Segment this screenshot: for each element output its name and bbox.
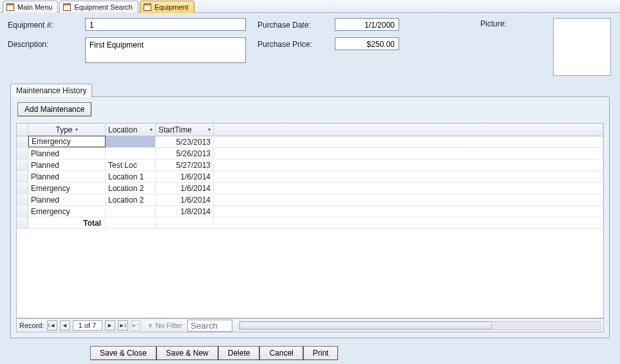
cell-starttime[interactable]: 5/27/2013: [156, 159, 214, 170]
cell-spacer: [214, 206, 603, 217]
picture-box[interactable]: [553, 18, 611, 76]
nav-prev-button[interactable]: ◄: [60, 320, 70, 331]
cell-location[interactable]: [106, 148, 156, 159]
form-icon: [6, 3, 15, 12]
record-label: Record:: [19, 322, 44, 329]
cell-starttime[interactable]: 1/6/2014: [156, 183, 214, 194]
add-maintenance-button[interactable]: Add Maintenance: [17, 102, 91, 116]
table-row[interactable]: Emergency5/23/2013: [17, 136, 603, 148]
cell-spacer: [214, 183, 603, 194]
row-selector[interactable]: [17, 194, 28, 205]
delete-button[interactable]: Delete: [218, 346, 260, 360]
cell-spacer: [214, 136, 603, 147]
table-row[interactable]: PlannedTest Loc5/27/2013: [17, 159, 603, 171]
column-label: Type: [55, 125, 72, 134]
nav-new-button: ►*: [131, 320, 141, 331]
table-row[interactable]: PlannedLocation 11/6/2014: [17, 171, 603, 183]
grid-body: Emergency5/23/2013Planned5/26/2013Planne…: [17, 136, 603, 229]
column-header-starttime[interactable]: StartTime▾: [156, 123, 214, 136]
cell-location[interactable]: Location 1: [106, 171, 156, 182]
cell-spacer: [214, 171, 603, 182]
column-label: Location: [108, 125, 137, 134]
purchase-date-input[interactable]: [338, 20, 396, 30]
column-header-type[interactable]: Type▾: [28, 123, 106, 136]
maintenance-tab-body: Add Maintenance Type▾ Location▾ StartTim…: [10, 96, 610, 338]
nav-first-button[interactable]: I◄: [47, 320, 57, 331]
row-selector[interactable]: [17, 148, 28, 159]
cell-empty: [106, 217, 156, 228]
equipment-form: Equipment #: Purchase Date: Picture: Des…: [0, 13, 620, 364]
cell-starttime[interactable]: 1/8/2014: [156, 206, 214, 217]
record-search-input[interactable]: [187, 320, 232, 332]
equipment-number-input[interactable]: [88, 20, 243, 30]
equipment-number-field[interactable]: [85, 18, 246, 31]
scrollbar-thumb[interactable]: [240, 322, 492, 329]
cell-starttime[interactable]: 1/6/2014: [156, 171, 214, 182]
table-total-row: Total: [17, 217, 603, 229]
record-position[interactable]: 1 of 7: [73, 320, 102, 331]
cell-starttime[interactable]: 5/26/2013: [156, 148, 214, 159]
row-selector[interactable]: [17, 159, 28, 170]
print-button[interactable]: Print: [303, 346, 339, 360]
tab-maintenance-history[interactable]: Maintenance History: [10, 84, 92, 97]
cell-location[interactable]: Test Loc: [106, 159, 156, 170]
cell-type[interactable]: Planned: [28, 159, 106, 170]
tab-label: Equipment: [155, 3, 189, 11]
tab-equipment[interactable]: Equipment: [140, 1, 194, 13]
no-filter-indicator[interactable]: ▼ No Filter: [147, 322, 182, 329]
cancel-button[interactable]: Cancel: [259, 346, 303, 360]
svg-rect-1: [7, 4, 14, 6]
maintenance-grid: Type▾ Location▾ StartTime▾ Emergency5/23…: [16, 123, 604, 318]
table-row[interactable]: Planned5/26/2013: [17, 148, 603, 159]
table-row[interactable]: EmergencyLocation 21/6/2014: [17, 183, 603, 194]
nav-next-button[interactable]: ►: [105, 320, 115, 331]
row-selector[interactable]: [17, 171, 28, 182]
grid-header: Type▾ Location▾ StartTime▾: [17, 123, 603, 136]
cell-type[interactable]: Emergency: [28, 206, 106, 217]
purchase-price-field[interactable]: [335, 37, 399, 50]
cell-location[interactable]: Location 2: [106, 183, 156, 194]
row-selector: [17, 217, 28, 228]
svg-rect-5: [144, 4, 151, 6]
tab-equipment-search[interactable]: Equipment Search: [59, 1, 138, 13]
purchase-price-input[interactable]: [338, 39, 396, 50]
dropdown-icon: ▾: [208, 127, 211, 132]
cell-type[interactable]: Emergency: [28, 136, 106, 147]
row-selector[interactable]: [17, 183, 28, 194]
document-tabstrip: Main Menu Equipment Search Equipment: [0, 0, 620, 13]
row-selector[interactable]: [17, 136, 28, 147]
column-header-spacer: [214, 123, 603, 136]
no-filter-label: No Filter: [155, 322, 182, 329]
cell-location[interactable]: [106, 206, 156, 217]
purchase-date-field[interactable]: [335, 18, 399, 31]
horizontal-scrollbar[interactable]: [239, 321, 601, 330]
save-new-button[interactable]: Save & New: [156, 346, 218, 360]
cell-location[interactable]: Location 2: [106, 194, 156, 205]
cell-starttime[interactable]: 1/6/2014: [156, 194, 214, 205]
table-row[interactable]: Emergency1/8/2014: [17, 206, 603, 217]
save-close-button[interactable]: Save & Close: [90, 346, 156, 360]
maintenance-tab-control: Maintenance History Add Maintenance Type…: [10, 82, 610, 338]
column-label: StartTime: [158, 125, 192, 134]
cell-type[interactable]: Emergency: [28, 183, 106, 194]
grid-select-all[interactable]: [17, 123, 28, 136]
cell-spacer: [214, 159, 603, 170]
tab-label: Equipment Search: [74, 3, 133, 11]
cell-starttime[interactable]: 5/23/2013: [156, 136, 214, 147]
cell-total-label: Total: [28, 217, 106, 228]
cell-type[interactable]: Planned: [28, 148, 106, 159]
tab-main-menu[interactable]: Main Menu: [3, 1, 58, 13]
table-row[interactable]: PlannedLocation 21/6/2014: [17, 194, 603, 206]
dropdown-icon: ▾: [75, 127, 78, 132]
cell-type[interactable]: Planned: [28, 194, 106, 205]
nav-last-button[interactable]: ►I: [118, 320, 128, 331]
purchase-price-label: Purchase Price:: [258, 40, 312, 49]
column-header-location[interactable]: Location▾: [106, 123, 156, 136]
description-field[interactable]: [85, 37, 246, 63]
description-input[interactable]: [88, 39, 243, 61]
cell-type[interactable]: Planned: [28, 171, 106, 182]
cell-location[interactable]: [106, 136, 156, 147]
dropdown-icon: ▾: [150, 127, 153, 132]
row-selector[interactable]: [17, 206, 28, 217]
form-icon: [143, 3, 152, 12]
